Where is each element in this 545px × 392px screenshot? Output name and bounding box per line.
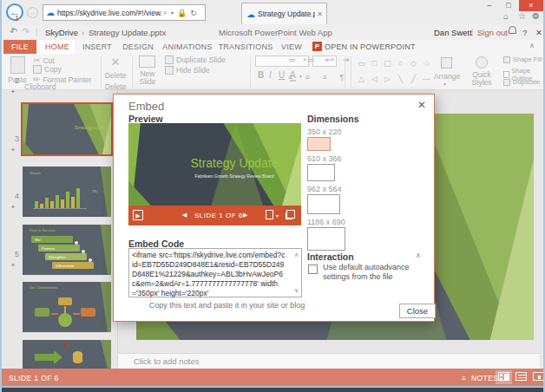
slide-thumbnail-3[interactable]: Keys to Success Win Promote Strengthen D…	[23, 225, 111, 275]
app-close-icon[interactable]: ✕	[535, 28, 542, 37]
ribbon-collapse-icon[interactable]: ∧	[529, 42, 535, 49]
diagram-box-left	[35, 308, 49, 317]
notes-toggle-icon[interactable]: ≡	[462, 374, 466, 382]
slide-thumbnail-4[interactable]: Our Commitments	[23, 282, 111, 332]
duplicate-button[interactable]: Duplicate	[503, 78, 540, 86]
notes-view-icon[interactable]	[266, 210, 273, 219]
view-normal-button[interactable]	[496, 370, 512, 384]
next-slide-icon[interactable]: ▶	[243, 212, 247, 219]
slide-thumbnail-1[interactable]: Strategy Update	[23, 104, 111, 154]
lock-icon: 🔒	[177, 9, 187, 17]
interaction-collapse-icon[interactable]: ∧	[416, 252, 421, 259]
quick-styles-button-line2[interactable]: Styles	[469, 78, 495, 87]
window-maximize-button[interactable]: □	[500, 0, 517, 11]
hide-slide-button[interactable]: Hide Slide	[165, 66, 210, 75]
embed-code-text[interactable]: <iframe src='https://skydrive.live.com/e…	[132, 251, 286, 298]
notes-collapse-icon[interactable]: ∨	[107, 355, 112, 363]
powerpoint-badge-icon[interactable]: ▶	[133, 210, 143, 220]
dimension-option-962x564[interactable]	[307, 194, 340, 214]
app-header: ↶ ↷ | SkyDrive › Strategy Update.pptx Mi…	[2, 24, 543, 40]
redo-icon[interactable]: ↷	[22, 26, 30, 37]
person-icon[interactable]	[509, 26, 516, 34]
gear-icon[interactable]: ⚙	[532, 11, 540, 21]
window-minimize-button[interactable]: –	[481, 0, 498, 11]
bold-button[interactable]: B	[258, 70, 264, 80]
thumb-chart-bar	[66, 192, 69, 208]
dimension-option-1186x690[interactable]	[307, 227, 345, 251]
help-icon[interactable]: ?	[522, 28, 527, 37]
dimension-option-610x366[interactable]	[307, 164, 335, 181]
address-dropdown-icon[interactable]: ▾	[171, 10, 174, 16]
slide-thumbnail-5[interactable]: ★	[23, 340, 111, 369]
cascade-box-1: Win	[31, 236, 73, 243]
dimension-label-4: 1186 x 690	[307, 218, 345, 226]
tab-view[interactable]: VIEW	[276, 40, 307, 54]
cut-button[interactable]: ✂Cut	[33, 56, 55, 65]
thumb-chart-bars	[35, 188, 80, 208]
app-title: Microsoft PowerPoint Web App	[219, 28, 332, 37]
tab-close-icon[interactable]: ✕	[317, 10, 323, 18]
cascade-dot	[82, 250, 85, 253]
tab-file[interactable]: FILE	[3, 40, 36, 54]
tab-design[interactable]: DESIGN	[118, 40, 158, 54]
open-in-powerpoint-button[interactable]: OPEN IN POWERPOINT	[325, 40, 420, 54]
address-bar[interactable]: ☁ https://skydrive.live.com/#!/view.aspx…	[43, 4, 206, 21]
notes-pane[interactable]: Click to add notes	[118, 353, 540, 369]
dialog-close-button[interactable]: Close	[399, 304, 436, 318]
shape-fill-button[interactable]: Shape Fill	[503, 56, 542, 63]
italic-button[interactable]: I	[269, 70, 272, 80]
browser-tab[interactable]: ☁ Strategy Update.pptx - Micr... ✕	[241, 3, 327, 24]
list-buttons[interactable]: ≔ ≕ ⇤ ⇥	[288, 56, 354, 64]
search-icon[interactable]: ⌕	[163, 8, 167, 17]
scroll-down-icon[interactable]: ∨	[294, 287, 299, 294]
tab-animations[interactable]: ANIMATIONS	[160, 40, 215, 54]
tab-cloud-icon: ☁	[246, 10, 255, 19]
slide-thumbnail-2[interactable]: Growth 7%	[23, 167, 111, 217]
scroll-up-icon[interactable]: ∧	[294, 252, 299, 258]
tab-transitions[interactable]: TRANSITIONS	[217, 40, 274, 54]
quick-styles-icon	[476, 56, 488, 69]
autoadvance-checkbox[interactable]	[308, 265, 318, 274]
arrow-shape-body	[35, 354, 54, 361]
embed-preview: Strategy Update Fabrikam Growth Strategy…	[128, 123, 301, 225]
divider	[132, 56, 133, 88]
underline-button[interactable]: U	[279, 70, 285, 80]
view-slideshow-button[interactable]	[530, 370, 545, 384]
nav-caret-icon[interactable]: ▾	[276, 212, 279, 219]
view-reading-button[interactable]	[513, 370, 529, 384]
embed-code-field[interactable]: <iframe src='https://skydrive.live.com/e…	[128, 248, 302, 297]
breadcrumb-skydrive[interactable]: SkyDrive	[45, 28, 78, 37]
sign-out-link[interactable]: Sign out	[477, 28, 508, 37]
window-shadow	[2, 388, 543, 392]
browser-forward-button[interactable]: →	[27, 7, 38, 18]
notes-toggle-button[interactable]: NOTES	[471, 374, 498, 382]
arrange-button[interactable]: Arrange	[432, 72, 462, 81]
dimensions-section-label: Dimensions	[307, 114, 359, 124]
delete-button[interactable]: Delete	[101, 71, 130, 80]
browser-titlebar: – □ × ← → ☁ https://skydrive.live.com/#!…	[2, 0, 543, 24]
prev-slide-icon[interactable]: ◀	[182, 212, 187, 219]
new-slide-button[interactable]: New Slide	[134, 70, 161, 86]
favorites-star-icon[interactable]: ☆	[518, 11, 526, 21]
copy-hint-text: Copy this text and paste it in your site…	[138, 301, 316, 310]
delete-icon: ✕	[104, 56, 127, 69]
dialog-close-icon[interactable]: ✕	[417, 99, 426, 111]
tab-insert[interactable]: INSERT	[78, 40, 116, 54]
preview-slide-subtitle: Fabrikam Growth Strategy Review Board	[174, 173, 295, 179]
tab-home[interactable]: HOME	[40, 40, 75, 54]
dimension-option-350x220[interactable]	[307, 137, 331, 151]
align-buttons[interactable]: ≡ ≡ ≡ ¶	[288, 73, 349, 82]
copy-icon	[33, 65, 42, 74]
window-close-button[interactable]: ×	[519, 0, 543, 11]
diagram-box-top	[58, 297, 72, 305]
duplicate-slide-button[interactable]: Duplicate Slide	[165, 56, 226, 64]
divider	[351, 56, 351, 88]
url-text[interactable]: https://skydrive.live.com/#!/view.aspx?c…	[57, 9, 161, 17]
interaction-section-label: Interaction	[307, 252, 354, 262]
copy-button[interactable]: Copy	[33, 65, 62, 74]
fullscreen-icon[interactable]	[286, 210, 295, 219]
thumb-title: Strategy Update	[75, 125, 109, 130]
refresh-icon[interactable]: ↻	[190, 9, 197, 17]
status-slide-label: SLIDE 1 OF 6	[9, 374, 59, 382]
home-icon[interactable]: ⌂	[503, 11, 509, 21]
